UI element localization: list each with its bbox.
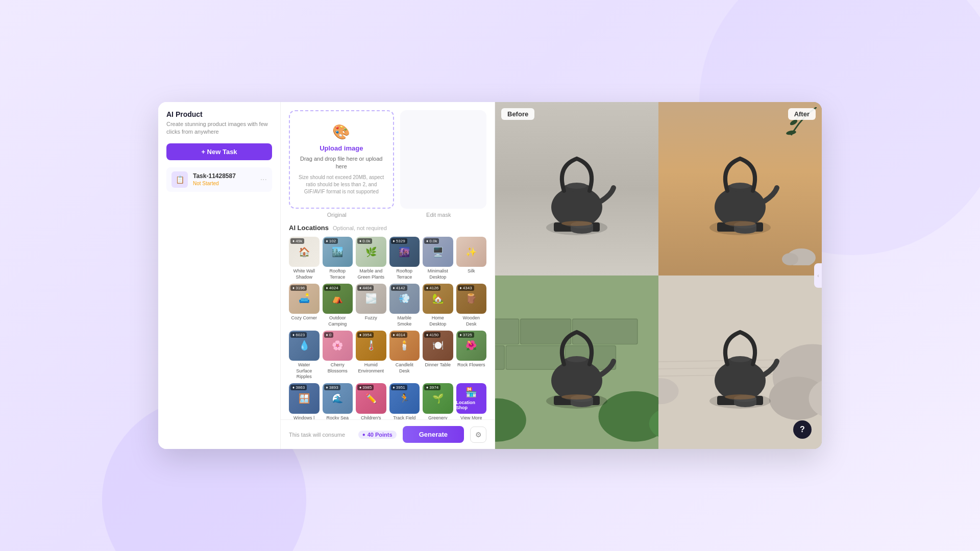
points-value: 40 Points <box>368 432 393 438</box>
location-thumb: 🏡 ♦ 4126 <box>423 284 453 314</box>
location-badge: ♦ 3196 <box>290 285 307 291</box>
location-bg: ✨ <box>456 237 487 267</box>
before-top-cell: Before <box>495 102 658 276</box>
location-name: Fuzzy <box>356 315 386 321</box>
location-thumb: 🌱 ♦ 3974 <box>423 383 453 414</box>
location-item-water-surface[interactable]: 💧 ♦ 6023 Water Surface Ripples <box>289 331 320 381</box>
location-badge: ♦ 4150 <box>424 332 440 338</box>
collapse-handle[interactable]: ‹ <box>814 263 822 288</box>
task-more-button[interactable]: ··· <box>260 175 267 184</box>
location-item-minimalist-desktop[interactable]: 🖥️ ♦ 0.0k Minimalist Desktop <box>423 237 453 281</box>
location-name: Cozy Corner <box>289 315 320 321</box>
location-thumb: 🖥️ ♦ 0.0k <box>423 237 453 267</box>
original-label: Original <box>289 212 385 218</box>
location-item-wooden-desk[interactable]: 🪵 ♦ 4343 Wooden Desk <box>456 284 487 328</box>
task-name: Task-11428587 <box>193 172 255 180</box>
task-info: Task-11428587 Not Started <box>193 172 255 186</box>
upload-box[interactable]: 🎨 Upload image Drag and drop file here o… <box>289 110 394 209</box>
locations-optional: Optional, not required <box>333 225 387 231</box>
location-item-cozy-corner[interactable]: 🛋️ ♦ 3196 Cozy Corner <box>289 284 320 328</box>
svg-point-59 <box>725 394 755 399</box>
location-item-windows-area[interactable]: 🪟 ♦ 3863 Windows | Area <box>289 383 320 419</box>
location-badge: ♦ 3985 <box>357 385 374 390</box>
location-item-childrens-desk[interactable]: ✏️ ♦ 3985 Children's Desk <box>356 383 386 419</box>
upload-area: 🎨 Upload image Drag and drop file here o… <box>281 102 495 209</box>
location-item-cherry-blossoms[interactable]: 🌸 ♦ 0 Cherry Blossoms <box>323 331 353 381</box>
location-item-track-field[interactable]: 🏃 ♦ 3951 Track Field <box>389 383 420 419</box>
location-thumb: 🏙️ ♦ 102 <box>323 237 353 267</box>
generate-button[interactable]: Generate <box>403 426 464 443</box>
after-top-cell: After <box>658 102 822 276</box>
after-label: After <box>788 108 816 120</box>
location-badge: ♦ 4024 <box>324 285 340 291</box>
location-badge: ♦ 102 <box>324 238 338 244</box>
location-thumb: 💧 ♦ 6023 <box>289 331 320 361</box>
location-badge: ♦ 4404 <box>357 285 374 291</box>
svg-point-37 <box>567 356 587 362</box>
location-thumb: 🏃 ♦ 3951 <box>389 383 420 414</box>
edit-mask-box[interactable] <box>400 110 487 209</box>
location-item-humid-environment[interactable]: 🌡️ ♦ 3954 Humid Environment <box>356 331 386 381</box>
main-container: AI Product Create stunning product image… <box>158 102 822 449</box>
upload-subtitle: Drag and drop file here or upload here <box>298 155 385 171</box>
location-name: Silk <box>456 268 487 274</box>
location-item-dinner-table[interactable]: 🍽️ ♦ 4150 Dinner Table <box>423 331 453 381</box>
location-shop-button[interactable]: 🏪 Location Shop View More <box>456 383 487 419</box>
svg-point-8 <box>561 221 592 226</box>
location-item-candlelit-desk[interactable]: 🕯️ ♦ 4014 Candlelit Desk <box>389 331 420 381</box>
consume-text: This task will consume <box>289 432 352 438</box>
before-bottom-cell <box>495 276 658 449</box>
location-name: Children's Desk <box>356 415 386 419</box>
settings-button[interactable]: ⚙ <box>470 427 486 443</box>
location-thumb: 🌸 ♦ 0 <box>323 331 353 361</box>
locations-title: AI Locations <box>289 224 329 232</box>
location-item-rooftop-terrace[interactable]: 🏙️ ♦ 102 Rooftop Terrace <box>323 237 353 281</box>
help-button[interactable]: ? <box>793 420 812 439</box>
location-name: Marble Smoke <box>389 315 420 327</box>
location-thumb: 🍽️ ♦ 4150 <box>423 331 453 361</box>
location-badge: ♦ 3863 <box>290 385 307 390</box>
location-item-greenery-corner[interactable]: 🌱 ♦ 3974 Greenery Corner <box>423 383 453 419</box>
task-icon: 📋 <box>172 171 188 188</box>
location-name: Track Field <box>389 415 420 419</box>
upload-labels: Original Edit mask <box>281 209 495 218</box>
location-name: Dinner Table <box>423 362 453 368</box>
locations-header: AI Locations Optional, not required <box>289 224 486 232</box>
location-item-rock-flowers[interactable]: 🌺 ♦ 3725 Rock Flowers <box>456 331 487 381</box>
before-label: Before <box>501 108 534 120</box>
locations-section: AI Locations Optional, not required 🏠 ♦ … <box>281 218 495 419</box>
upload-icon: 🎨 <box>332 123 350 140</box>
location-thumb: 💨 ♦ 4142 <box>389 284 420 314</box>
locations-grid: 🏠 ♦ 49k White Wall Shadow 🏙️ ♦ 102 Rooft… <box>289 237 486 419</box>
location-item-fuzzy[interactable]: 🌫️ ♦ 4404 Fuzzy <box>356 284 386 328</box>
location-item-rocky-sea[interactable]: 🌊 ♦ 3893 Rocky Sea <box>323 383 353 419</box>
location-badge: ♦ 4343 <box>458 285 474 291</box>
location-name: Greenery Corner <box>423 415 453 419</box>
svg-point-21 <box>725 221 755 226</box>
location-item-marble-green[interactable]: 🌿 ♦ 0.0k Marble and Green Plants <box>356 237 386 281</box>
location-thumb: 🌺 ♦ 3725 <box>456 331 487 361</box>
location-name: Rocky Sea <box>323 415 353 419</box>
location-badge: ♦ 49k <box>290 238 304 244</box>
location-badge: ♦ 3951 <box>391 385 407 390</box>
location-thumb: ✏️ ♦ 3985 <box>356 383 386 414</box>
teapot-before-top <box>526 146 628 258</box>
view-more-label: View More <box>456 415 487 419</box>
location-badge: ♦ 4142 <box>391 285 407 291</box>
task-item[interactable]: 📋 Task-11428587 Not Started ··· <box>166 167 272 192</box>
location-item-rooftop-terrace-2[interactable]: 🌆 ♦ 5329 Rooftop Terrace <box>389 237 420 281</box>
new-task-button[interactable]: + New Task <box>166 143 272 160</box>
location-item-home-desktop[interactable]: 🏡 ♦ 4126 Home Desktop <box>423 284 453 328</box>
app-title: AI Product <box>166 110 272 118</box>
location-thumb: 🌆 ♦ 5329 <box>389 237 420 267</box>
svg-point-10 <box>786 130 796 135</box>
comparison-grid: Before <box>495 102 822 449</box>
location-name: Minimalist Desktop <box>423 268 453 280</box>
location-badge: ♦ 0 <box>324 332 334 338</box>
location-item-silk[interactable]: ✨ Silk <box>456 237 487 281</box>
location-item-white-wall[interactable]: 🏠 ♦ 49k White Wall Shadow <box>289 237 320 281</box>
location-item-outdoor-camping[interactable]: ⛺ ♦ 4024 Outdoor Camping <box>323 284 353 328</box>
location-item-marble-smoke[interactable]: 💨 ♦ 4142 Marble Smoke <box>389 284 420 328</box>
svg-point-55 <box>730 356 750 362</box>
location-badge: ♦ 4014 <box>391 332 407 338</box>
